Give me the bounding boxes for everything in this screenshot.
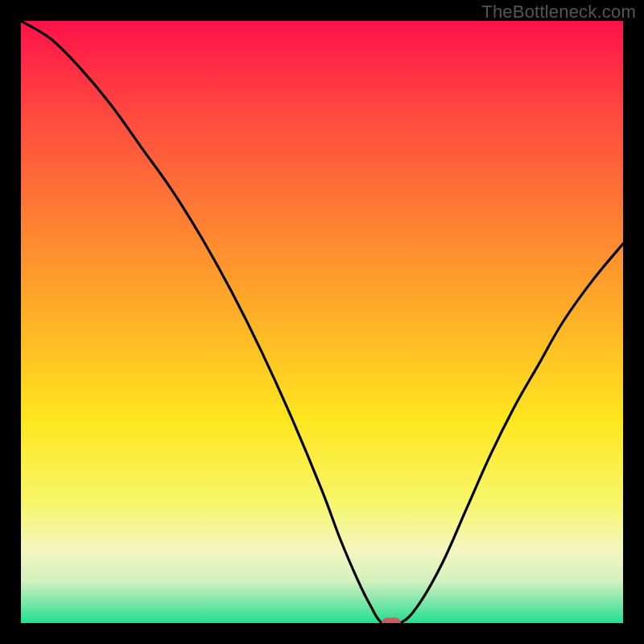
optimal-point-marker bbox=[382, 617, 401, 623]
watermark-source: TheBottleneck.com bbox=[481, 2, 636, 23]
bottleneck-chart bbox=[21, 21, 623, 623]
gradient-background bbox=[21, 21, 623, 623]
